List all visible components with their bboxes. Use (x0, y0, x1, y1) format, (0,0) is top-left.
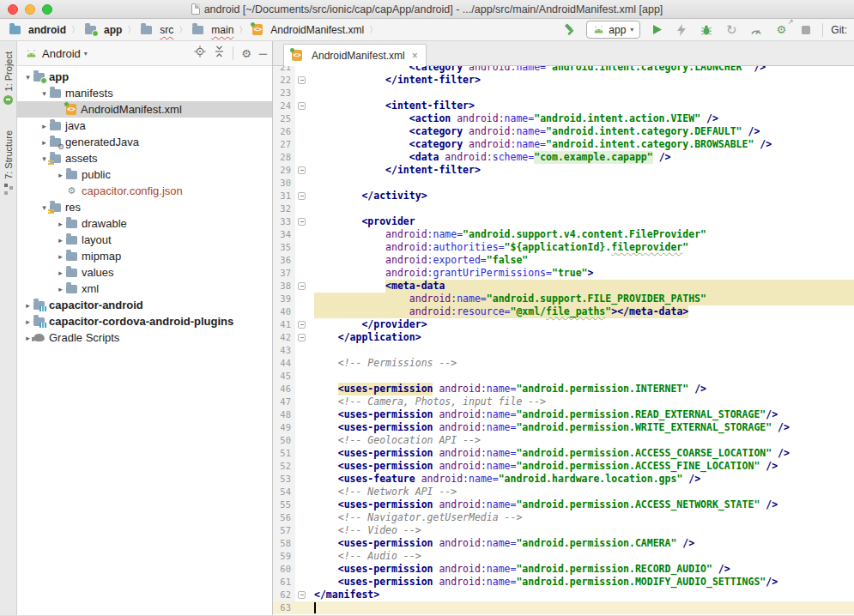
chevron-right-icon[interactable]: ▸ (55, 252, 66, 261)
code-line[interactable]: 41 </provider> (273, 318, 854, 331)
project-view-select[interactable]: Android (42, 47, 81, 60)
code-line[interactable]: 38 <meta-data (273, 280, 854, 293)
code-line[interactable]: 52 <uses-permission android:name="androi… (273, 460, 854, 473)
code-line[interactable]: 54 <!-- Network API --> (273, 486, 854, 498)
code-line[interactable]: 36 android:exported="false" (273, 254, 854, 267)
run-button[interactable] (648, 21, 665, 39)
tree-item-xml[interactable]: ▸xml (17, 281, 272, 297)
code-line[interactable]: 58 <uses-permission android:name="androi… (273, 537, 854, 550)
tree-item-public[interactable]: ▸public (17, 166, 272, 183)
code-line[interactable]: 51 <uses-permission android:name="androi… (273, 447, 854, 460)
tree-item-app[interactable]: ▾app (17, 69, 272, 85)
fold-icon[interactable] (298, 321, 306, 329)
code-line[interactable]: 46 <uses-permission android:name="androi… (273, 383, 854, 396)
collapse-all-button[interactable] (214, 45, 225, 61)
editor-tab-androidmanifest[interactable]: AndroidManifest.xml × (283, 44, 427, 66)
code-line[interactable]: 62</manifest> (273, 589, 854, 601)
tree-item-androidmanifest-xml[interactable]: AndroidManifest.xml (17, 101, 272, 118)
stop-button[interactable] (797, 21, 815, 39)
attach-debugger-button[interactable]: ↻ (723, 21, 740, 39)
tree-item-manifests[interactable]: ▾manifests (17, 85, 272, 101)
code-line[interactable]: 22 </intent-filter> (273, 74, 854, 87)
tree-item-layout[interactable]: ▸layout (17, 232, 272, 248)
code-line[interactable]: 40 android:resource="@xml/file_paths"></… (273, 305, 854, 318)
profile-app-button[interactable]: ⚙↗ (772, 21, 790, 39)
code-line[interactable]: 24 <intent-filter> (273, 100, 854, 112)
code-line[interactable]: 28 <data android:scheme="com.example.cap… (273, 151, 854, 164)
code-line[interactable]: 55 <uses-permission android:name="androi… (273, 498, 854, 511)
fold-icon[interactable] (298, 166, 306, 174)
tree-item-drawable[interactable]: ▸drawable (17, 215, 272, 232)
fold-icon[interactable] (298, 591, 306, 599)
breadcrumb-item[interactable]: src (138, 23, 176, 37)
code-line[interactable]: 26 <category android:name="android.inten… (273, 125, 854, 138)
code-line[interactable]: 53 <uses-feature android:name="android.h… (273, 473, 854, 486)
tool-window-project[interactable]: 1: Project (3, 51, 14, 105)
chevron-right-icon[interactable]: ▸ (22, 317, 33, 326)
build-button[interactable] (561, 21, 578, 39)
fold-icon[interactable] (298, 192, 306, 200)
tree-item-capacitor-config-json[interactable]: capacitor.config.json (17, 183, 272, 199)
zoom-window-button[interactable] (42, 4, 52, 15)
code-editor[interactable]: 21 <category android:name="android.inten… (273, 66, 854, 616)
code-line[interactable]: 35 android:authorities="${applicationId}… (273, 241, 854, 254)
debug-button[interactable] (698, 21, 715, 39)
close-tab-icon[interactable]: × (412, 50, 418, 62)
breadcrumb-item[interactable]: android (7, 23, 69, 37)
locate-file-button[interactable] (194, 45, 206, 61)
tree-item-mipmap[interactable]: ▸mipmap (17, 248, 272, 264)
code-line[interactable]: 39 android:name="android.support.FILE_PR… (273, 293, 854, 305)
code-line[interactable]: 50 <!-- Geolocation API --> (273, 434, 854, 447)
chevron-right-icon[interactable]: ▸ (22, 301, 33, 310)
chevron-down-icon[interactable]: ▾ (22, 73, 33, 82)
code-line[interactable]: 43 (273, 344, 854, 357)
tree-item-capacitor-android[interactable]: ▸capacitor-android (17, 297, 272, 313)
code-line[interactable]: 42 </application> (273, 331, 854, 344)
tree-item-values[interactable]: ▸values (17, 264, 272, 281)
code-line[interactable]: 56 <!-- Navigator.getUserMedia --> (273, 511, 854, 524)
settings-button[interactable]: ⚙ (241, 48, 251, 59)
fold-icon[interactable] (298, 218, 306, 226)
fold-icon[interactable] (298, 76, 306, 84)
code-line[interactable]: 47 <!-- Camera, Photos, input file --> (273, 396, 854, 408)
run-config-select[interactable]: app ▾ (586, 21, 640, 39)
code-line[interactable]: 37 android:grantUriPermissions="true"> (273, 267, 854, 280)
code-line[interactable]: 30 (273, 177, 854, 190)
close-window-button[interactable] (8, 4, 18, 15)
code-line[interactable]: 25 <action android:name="android.intent.… (273, 112, 854, 125)
fold-icon[interactable] (298, 334, 306, 341)
code-line[interactable]: 32 (273, 202, 854, 215)
code-line[interactable]: 49 <uses-permission android:name="androi… (273, 421, 854, 434)
code-line[interactable]: 33 <provider (273, 215, 854, 228)
tool-window-structure[interactable]: 7: Structure (3, 130, 14, 192)
code-line[interactable]: 34 android:name="android.support.v4.cont… (273, 228, 854, 241)
tree-item-capacitor-cordova-android-plugins[interactable]: ▸capacitor-cordova-android-plugins (17, 313, 272, 329)
tree-item-res[interactable]: ▾res (17, 199, 272, 215)
code-line[interactable]: 29 </intent-filter> (273, 164, 854, 177)
chevron-right-icon[interactable]: ▸ (55, 236, 66, 245)
code-line[interactable]: 21 <category android:name="android.inten… (273, 66, 854, 74)
apply-changes-button[interactable] (673, 21, 690, 39)
fold-icon[interactable] (298, 102, 306, 110)
tree-item-java[interactable]: ▸java (17, 118, 272, 134)
code-line[interactable]: 63 (273, 601, 854, 614)
code-line[interactable]: 23 (273, 87, 854, 100)
code-line[interactable]: 44 <!-- Permissions --> (273, 357, 854, 370)
code-line[interactable]: 31 </activity> (273, 190, 854, 202)
tree-item-generatedjava[interactable]: ▸generatedJava (17, 134, 272, 150)
chevron-right-icon[interactable]: ▸ (55, 220, 66, 228)
breadcrumb-item[interactable]: AndroidManifest.xml (250, 23, 366, 37)
code-line[interactable]: 45 (273, 370, 854, 383)
chevron-right-icon[interactable]: ▸ (39, 138, 50, 147)
minimize-window-button[interactable] (25, 4, 35, 15)
profiler-button[interactable] (748, 21, 765, 39)
breadcrumb-item[interactable]: app (82, 23, 124, 37)
hide-panel-button[interactable]: ─ (259, 48, 267, 59)
code-line[interactable]: 61 <uses-permission android:name="androi… (273, 576, 854, 589)
chevron-right-icon[interactable]: ▸ (55, 269, 66, 277)
code-line[interactable]: 48 <uses-permission android:name="androi… (273, 408, 854, 421)
fold-icon[interactable] (298, 282, 306, 290)
code-line[interactable]: 60 <uses-permission android:name="androi… (273, 563, 854, 576)
chevron-right-icon[interactable]: ▸ (39, 122, 50, 130)
chevron-down-icon[interactable]: ▾ (39, 89, 50, 98)
